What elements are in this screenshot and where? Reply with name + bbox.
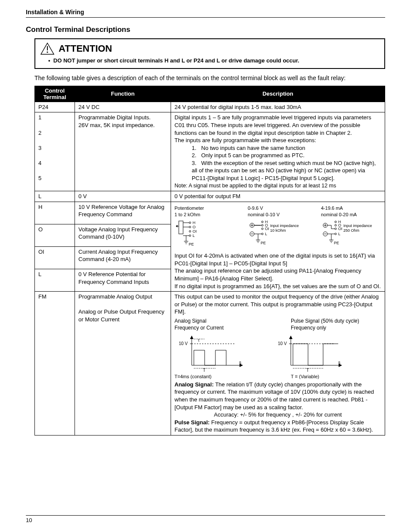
cell-term: H xyxy=(35,202,75,224)
table-row: L 0 V 0 V potential for output FM xyxy=(35,191,385,202)
svg-text:L: L xyxy=(338,232,340,236)
terminal-table: Control Terminal Function Description P2… xyxy=(34,86,385,436)
svg-text:s: s xyxy=(239,360,241,365)
svg-rect-3 xyxy=(179,221,183,234)
attention-title: ATTENTION xyxy=(59,43,112,54)
term-1: 1 xyxy=(38,114,71,121)
sig-p-sub: Frequency only xyxy=(291,324,381,331)
svg-point-48 xyxy=(335,221,336,223)
diagram-volt-icon: H O OI L PE Input impedance 10 kOhm xyxy=(248,218,304,248)
cell-func: Programmable Digital Inputs. 26V max, 5K… xyxy=(75,112,171,191)
svg-point-31 xyxy=(262,228,263,230)
table-row: H 10 V Reference Voltage for Analog Freq… xyxy=(35,202,385,224)
svg-text:OI: OI xyxy=(265,227,269,231)
table-row: 1 2 3 4 5 Programmable Digital Inputs. 2… xyxy=(35,112,385,191)
svg-point-29 xyxy=(262,224,263,226)
diag-i2: nominal 0-20 mA xyxy=(321,212,381,218)
cell-desc: 0 V potential for output FM xyxy=(171,191,385,202)
svg-text:PE: PE xyxy=(261,241,266,245)
diag-pot2: 1 to 2 kOhm xyxy=(174,212,235,218)
cell-term: L xyxy=(35,191,75,202)
table-row: P24 24 V DC 24 V potential for digital i… xyxy=(35,102,385,112)
svg-text:L: L xyxy=(193,233,195,238)
diag-pot: Potentiometer xyxy=(174,205,235,212)
svg-marker-70 xyxy=(190,336,193,339)
svg-text:s: s xyxy=(338,360,340,365)
svg-text:Input impedance: Input impedance xyxy=(270,224,299,228)
svg-text:PE: PE xyxy=(189,242,194,246)
fm-pulse-label: Pulse Signal: xyxy=(174,419,210,426)
fm-accuracy: Accuracy: +/- 5% for frequency , +/- 20%… xyxy=(174,411,381,419)
col-description: Description xyxy=(171,86,385,102)
svg-point-60 xyxy=(335,233,336,235)
analog-signal-chart-icon: 10 V t s T xyxy=(174,333,248,372)
svg-text:250 Ohm: 250 Ohm xyxy=(343,228,359,233)
term-4: 4 xyxy=(38,159,71,167)
cell-term: P24 xyxy=(35,102,75,112)
svg-text:L: L xyxy=(265,232,267,236)
cell-desc: 24 V potential for digital inputs 1-5 ma… xyxy=(171,102,385,112)
svg-point-7 xyxy=(189,222,191,224)
svg-point-15 xyxy=(189,235,191,236)
cell-desc: Digital inputs 1 – 5 are fully programma… xyxy=(171,112,385,191)
svg-text:T: T xyxy=(306,368,309,372)
analog-desc: Input OI for 4-20mA is activated when on… xyxy=(174,252,381,290)
attention-bullet: • DO NOT jumper or short circuit termina… xyxy=(48,57,379,64)
page-footer: 10 xyxy=(26,515,385,523)
svg-point-2 xyxy=(47,51,48,53)
dig-item1: No two inputs can have the same function xyxy=(201,145,305,151)
cell-func: 24 V DC xyxy=(75,102,171,112)
col-function: Function xyxy=(75,86,171,102)
svg-text:OI: OI xyxy=(338,227,342,231)
svg-text:O: O xyxy=(193,225,196,229)
svg-point-26 xyxy=(262,221,263,223)
attention-text: DO NOT jumper or short circuit terminals… xyxy=(53,57,299,64)
intro-text: The following table gives a description … xyxy=(34,74,385,82)
dig-intro: Digital inputs 1 – 5 are fully programma… xyxy=(174,114,371,136)
cell-func: 10 V Reference Voltage for Analog Freque… xyxy=(75,202,171,224)
cell-func: Programmable Analog Output Analog or Pul… xyxy=(75,292,171,436)
page-number: 10 xyxy=(26,517,32,523)
cell-func: Voltage Analog Input Frequency Command (… xyxy=(75,224,171,246)
cell-term: OI xyxy=(35,246,75,269)
warning-icon xyxy=(40,43,54,55)
svg-marker-5 xyxy=(176,225,177,227)
svg-text:10 kOhm: 10 kOhm xyxy=(270,228,286,233)
term-3: 3 xyxy=(38,144,71,152)
attention-box: ATTENTION • DO NOT jumper or short circu… xyxy=(34,38,385,69)
table-row: FM Programmable Analog Output Analog or … xyxy=(35,292,385,436)
fm-intro: This output can be used to monitor the o… xyxy=(174,293,379,315)
term-5: 5 xyxy=(38,174,71,182)
svg-point-36 xyxy=(262,233,263,235)
fm-analog-desc: Analog Signal: The relation t/T (duty cy… xyxy=(174,381,381,411)
svg-point-10 xyxy=(189,226,191,228)
cell-term: FM xyxy=(35,292,75,436)
fm-analog-label: Analog Signal: xyxy=(174,381,214,388)
sig-a-title: Analog Signal xyxy=(174,317,265,324)
sig-a-foot: T=4ms (constant) xyxy=(174,373,265,380)
cell-desc: This output can be used to monitor the o… xyxy=(171,292,385,436)
diag-v2: nominal 0-10 V xyxy=(248,212,308,218)
svg-text:T: T xyxy=(203,368,206,372)
cell-desc-analog: Potentiometer 1 to 2 kOhm H O OI L xyxy=(171,202,385,291)
svg-text:Input impedance: Input impedance xyxy=(343,224,372,228)
table-header-row: Control Terminal Function Description xyxy=(35,86,385,102)
fm-pulse-desc: Pulse Signal: Frequency = output frequen… xyxy=(174,419,381,434)
term-2: 2 xyxy=(38,129,71,137)
svg-text:10 V: 10 V xyxy=(278,341,287,346)
svg-text:OI: OI xyxy=(193,229,197,233)
diagram-curr-icon: H O OI L PE Input impedance 250 Ohm xyxy=(321,218,377,248)
diag-v1: 0-9.6 V xyxy=(248,205,308,212)
diag-i1: 4-19.6 mA xyxy=(321,205,381,212)
svg-point-12 xyxy=(189,230,191,232)
sig-p-foot: T = (Variable) xyxy=(291,373,381,380)
dig-exc: The inputs are fully programmable with t… xyxy=(174,137,316,143)
svg-point-55 xyxy=(335,228,336,230)
svg-point-50 xyxy=(335,224,336,226)
pulse-signal-chart-icon: 10 V s T xyxy=(274,333,347,372)
cell-term: 1 2 3 4 5 xyxy=(35,112,75,191)
dig-item2: Only input 5 can be programmed as PTC. xyxy=(201,152,305,159)
page-header: Installation & Wiring xyxy=(26,9,385,18)
cell-func: 0 V xyxy=(75,191,171,202)
sig-p-title: Pulse Signal (50% duty cycle) xyxy=(291,317,381,324)
